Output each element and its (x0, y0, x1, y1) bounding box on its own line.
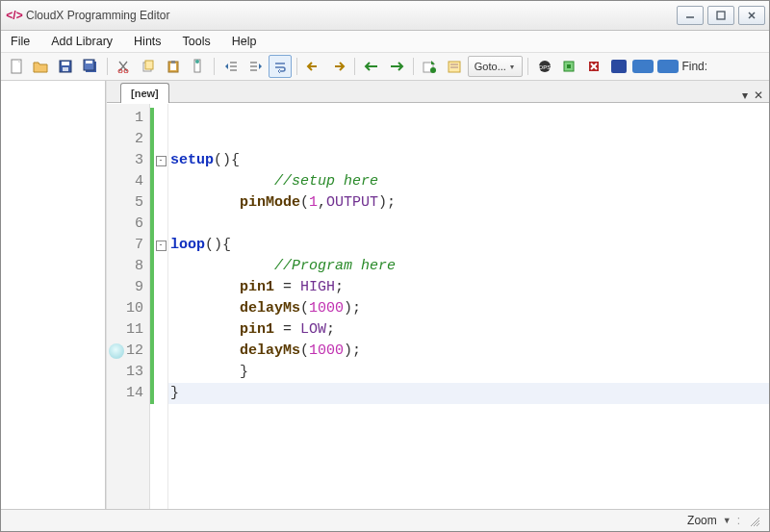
fold-cell (154, 108, 167, 129)
title-bar: </> CloudX Programming Editor (1, 1, 769, 31)
window-controls (677, 6, 765, 25)
build-button[interactable] (443, 55, 466, 78)
minimize-button[interactable] (677, 6, 704, 25)
nav-back-button[interactable] (360, 55, 383, 78)
zoom-divider: : (737, 514, 740, 527)
toolbar-separator (296, 58, 297, 75)
svg-rect-17 (171, 61, 175, 63)
toolbar-separator (354, 58, 355, 75)
chip-blue-2[interactable] (631, 55, 654, 78)
open-file-button[interactable] (30, 55, 53, 78)
code-editor[interactable]: 1234567891011121314 -- setup(){ //setup … (107, 103, 769, 509)
code-line[interactable] (168, 214, 769, 235)
indent-button[interactable] (244, 55, 268, 78)
code-line[interactable]: } (168, 383, 769, 404)
svg-rect-1 (717, 12, 725, 19)
bookmark-button[interactable] (186, 55, 209, 78)
status-bar: Zoom ▼ : (1, 509, 769, 531)
chip-blue-3[interactable] (656, 55, 680, 78)
code-lines[interactable]: setup(){ //setup here pinMode(1,OUTPUT);… (168, 104, 769, 509)
tab-new[interactable]: [new] (120, 83, 169, 103)
bookmark-icon[interactable] (109, 343, 124, 359)
outdent-button[interactable] (219, 55, 243, 78)
work-area: [new] ▾ ✕ 1234567891011121314 -- setup()… (1, 81, 769, 509)
toolbar-separator (527, 58, 528, 75)
fold-cell (154, 129, 167, 150)
fold-cell (154, 362, 167, 383)
fold-cell (154, 214, 167, 235)
code-line[interactable]: //Program here (168, 256, 769, 277)
fold-cell (154, 192, 167, 214)
tab-menu-icon[interactable]: ▾ (742, 89, 748, 102)
line-number: 9 (107, 277, 149, 298)
toolbar-separator (413, 58, 414, 75)
copy-button[interactable] (137, 55, 160, 78)
paste-button[interactable] (162, 55, 185, 78)
undo-button[interactable] (302, 55, 325, 78)
toolbar-separator (214, 58, 215, 75)
code-line[interactable]: //setup here (168, 171, 769, 192)
tab-strip: [new] ▾ ✕ (107, 81, 769, 103)
code-line[interactable]: pin1 = LOW; (168, 319, 769, 341)
svg-rect-10 (86, 61, 92, 63)
code-line[interactable]: setup(){ (168, 150, 769, 171)
line-number: 8 (107, 256, 149, 277)
close-button[interactable] (738, 6, 765, 25)
tab-close-icon[interactable]: ✕ (754, 89, 763, 102)
cut-button[interactable] (113, 55, 136, 78)
code-line[interactable]: delayMs(1000); (168, 341, 769, 362)
line-number-gutter: 1234567891011121314 (107, 104, 150, 509)
fold-toggle-icon[interactable]: - (156, 156, 167, 166)
tab-label: [new] (131, 88, 159, 99)
app-icon: </> (7, 8, 22, 23)
board-button[interactable] (557, 55, 580, 78)
svg-rect-35 (567, 64, 571, 68)
line-number: 1 (107, 108, 149, 129)
menu-help[interactable]: Help (228, 33, 261, 50)
line-number: 4 (107, 171, 149, 192)
find-label: Find: (681, 60, 765, 73)
redo-button[interactable] (327, 55, 350, 78)
code-line[interactable]: pin1 = HIGH; (168, 277, 769, 298)
fold-cell[interactable]: - (154, 235, 167, 256)
zoom-dropdown-icon[interactable]: ▼ (723, 516, 732, 525)
svg-text:DPS: DPS (538, 64, 550, 70)
hex-chip-icon[interactable]: DPS (533, 55, 556, 78)
new-file-button[interactable] (5, 55, 28, 78)
chip-blue-1[interactable] (607, 55, 630, 78)
code-line[interactable] (168, 108, 769, 129)
line-number: 7 (107, 235, 149, 256)
line-number: 2 (107, 129, 149, 150)
menu-tools[interactable]: Tools (179, 33, 215, 50)
code-line[interactable]: pinMode(1,OUTPUT); (168, 192, 769, 214)
nav-forward-button[interactable] (385, 55, 408, 78)
line-number: 5 (107, 192, 149, 214)
fold-toggle-icon[interactable]: - (156, 241, 167, 251)
run-button[interactable] (419, 55, 442, 78)
line-number: 6 (107, 214, 149, 235)
code-line[interactable]: } (168, 362, 769, 383)
fold-cell (154, 298, 167, 319)
zoom-label[interactable]: Zoom (687, 514, 717, 527)
fold-cell (154, 277, 167, 298)
project-pane[interactable] (1, 81, 106, 509)
menu-hints[interactable]: Hints (130, 33, 165, 50)
menu-add-library[interactable]: Add Library (47, 33, 116, 50)
line-number: 3 (107, 150, 149, 171)
svg-rect-14 (145, 61, 153, 69)
code-line[interactable]: loop(){ (168, 235, 769, 256)
goto-label: Goto... (475, 61, 506, 72)
stop-button[interactable] (582, 55, 605, 78)
fold-cell (154, 383, 167, 404)
fold-cell (154, 171, 167, 192)
code-line[interactable]: delayMs(1000); (168, 298, 769, 319)
resize-grip-icon[interactable] (748, 515, 759, 526)
save-all-button[interactable] (79, 55, 102, 78)
goto-dropdown[interactable]: Goto... (468, 56, 523, 77)
maximize-button[interactable] (707, 6, 734, 25)
fold-cell[interactable]: - (154, 150, 167, 171)
word-wrap-button[interactable] (269, 55, 292, 78)
save-button[interactable] (54, 55, 77, 78)
menu-file[interactable]: File (7, 33, 34, 50)
code-line[interactable] (168, 129, 769, 150)
